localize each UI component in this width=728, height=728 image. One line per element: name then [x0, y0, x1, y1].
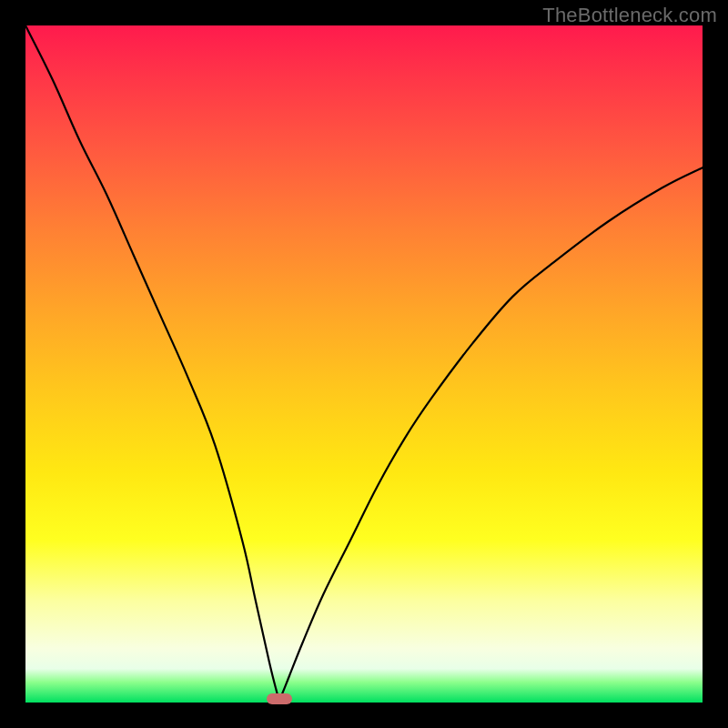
watermark-text: TheBottleneck.com — [542, 4, 717, 27]
bottleneck-curve — [25, 25, 703, 703]
chart-plot-area — [25, 25, 703, 703]
optimum-marker — [267, 693, 292, 704]
